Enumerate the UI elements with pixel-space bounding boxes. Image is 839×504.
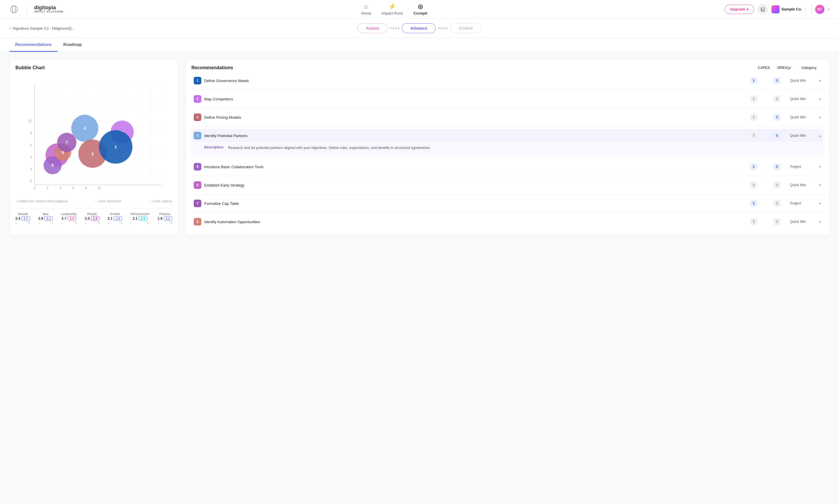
svg-text:0: 0 [30,179,32,183]
score-leadership: Leadership 2.7 3.0 1+3 [61,212,76,224]
score-leadership-target: 3.0 [68,216,76,221]
rec-row-1[interactable]: 1 Define Governance Needs $ $ Quick Win … [191,74,824,87]
rec-opex-6: $ [767,182,787,188]
opex-badge-7: $ [773,200,781,207]
rec-num-1: 1 [194,77,201,84]
score-finance-current: 1.9 [158,216,162,220]
chart-legend: ↗ bubble size: resource need (category) … [15,198,172,204]
legend-x-label: x-axis: urgency [153,200,172,203]
user-avatar[interactable]: SC [815,5,824,14]
svg-text:8: 8 [85,186,87,190]
svg-text:10: 10 [28,119,32,123]
svg-text:4: 4 [84,126,86,131]
score-leadership-vals: 2.7 3.0 [62,216,76,221]
rec-desc-label-4: Description [204,145,223,149]
nav-impact-runs-label: Impact Runs [382,11,403,15]
rec-num-6: 6 [194,181,201,189]
rec-name-3: Define Pricing Models [204,115,740,120]
cockpit-icon: ◎ [418,3,423,10]
main-nav: ⌂ Home ⚡ Impact Runs ◎ Cockpit [361,3,427,15]
breadcrumb-label: Signature Sample Co - DiligenceIQ... [13,26,74,31]
capex-badge-8: $ [750,218,757,225]
upgrade-button[interactable]: Upgrade + [725,5,754,14]
opex-badge-1: $ [773,77,781,84]
nav-impact-runs[interactable]: ⚡ Impact Runs [382,3,403,15]
rec-capex-8: $ [743,218,764,225]
tab-roadmap[interactable]: Roadmap [57,38,88,52]
rec-row-5[interactable]: 5 Introduce Basic Collaboration Tools $ … [191,160,824,174]
score-finance-vals: 1.9 2.2 [158,216,172,221]
step-advance[interactable]: Advance [402,23,435,33]
rec-chevron-6: ▾ [819,183,821,187]
nav-home-label: Home [361,11,371,15]
opex-badge-5: $ [773,163,781,170]
rec-row-3[interactable]: 3 Define Pricing Models $ $ Quick Win ▾ [191,111,824,124]
company-menu-icon: ⋮ [804,7,808,12]
rec-num-2: 2 [194,95,201,103]
col-opex: OPEX/yr [774,66,794,70]
opex-badge-4: $ [773,132,781,139]
upgrade-plus-icon: + [746,7,749,12]
rec-chevron-1: ▾ [819,78,821,83]
tab-recommendations[interactable]: Recommendations [9,38,57,52]
rec-row-4[interactable]: 4 Identify Potential Partners $ $ Quick … [191,129,824,142]
home-icon: ⌂ [364,3,368,10]
score-idea-target: 3.1 [44,216,53,221]
svg-text:5: 5 [51,163,54,168]
capex-badge-7: $ [750,200,757,207]
rec-num-3: 3 [194,113,201,121]
notifications-button[interactable]: ◱ [757,4,768,15]
score-infrastructure-vals: 2.1 2.4 [133,216,147,221]
score-overall-label: Overall [18,212,28,216]
capex-badge-4: $ [750,132,757,139]
score-infrastructure-sub: 1+3 [131,221,150,224]
breadcrumb[interactable]: ‹ Signature Sample Co - DiligenceIQ... [9,25,74,31]
nav-home[interactable]: ⌂ Home [361,3,371,15]
legend-y: ↑ y-axis: importance [95,200,121,203]
rec-name-7: Formalize Cap Table [204,201,740,206]
capex-badge-2: $ [750,95,757,103]
rec-opex-8: $ [767,218,787,225]
logo-main: digitopia [34,5,64,11]
rec-chevron-4: ▴ [819,133,821,138]
legend-x-icon: ↔ [149,200,152,203]
legend-size: ↗ bubble size: resource need (category) [15,200,68,203]
nav-cockpit[interactable]: ◎ Cockpit [413,3,427,15]
svg-text:6: 6 [30,143,32,147]
logo: digitopia IMPACT PLATFORM [9,4,64,15]
score-growth: Growth 2.1 2.6 1+5 [107,212,122,224]
rec-cat-1: Quick Win [790,78,816,83]
steps-nav: Assess Advance Achieve [357,23,481,33]
svg-text:2: 2 [46,186,48,190]
rec-row-2[interactable]: 2 Map Competitors $ $ Quick Win ▾ [191,92,824,106]
rec-divider-1 [191,90,824,90]
rec-row-8[interactable]: 8 Identify Automation Opportunities $ $ … [191,215,824,229]
rec-name-5: Introduce Basic Collaboration Tools [204,165,740,169]
rec-num-8: 8 [194,218,201,226]
rec-name-1: Define Governance Needs [204,78,740,83]
rec-row-7[interactable]: 7 Formalize Cap Table $ $ Project ▾ [191,197,824,210]
rec-opex-5: $ [767,163,787,170]
score-leadership-label: Leadership [61,212,76,216]
logo-text: digitopia IMPACT PLATFORM [34,5,64,14]
scores-row: Overall 2.4 2.7 1+3 Idea 2.9 3.1 1+2 [15,209,172,224]
score-finance-target: 2.2 [164,216,172,221]
rec-cat-5: Project [790,165,816,169]
score-leadership-current: 2.7 [62,216,66,220]
score-growth-current: 2.1 [107,216,113,220]
upgrade-label: Upgrade [730,7,745,11]
opex-badge-8: $ [773,218,781,225]
score-people: People 2.5 2.9 1+4 [85,212,99,224]
step-assess[interactable]: Assess [357,23,388,33]
svg-text:1: 1 [115,144,117,149]
score-finance-sub: 1+3 [158,221,172,224]
rec-name-4: Identify Potential Partners [204,133,740,138]
svg-text:10: 10 [97,186,101,190]
step-achieve[interactable]: Achieve [450,23,482,33]
svg-text:8: 8 [30,131,32,135]
rec-row-6[interactable]: 6 Establish Early Strategy $ $ Quick Win… [191,178,824,192]
svg-text:3: 3 [91,151,94,156]
company-badge[interactable]: Sample Co. ⋮ [771,5,808,13]
chart-area: 0 2 4 6 8 10 0 2 4 6 8 10 6 5 [15,74,172,196]
score-people-vals: 2.5 2.9 [85,216,99,221]
